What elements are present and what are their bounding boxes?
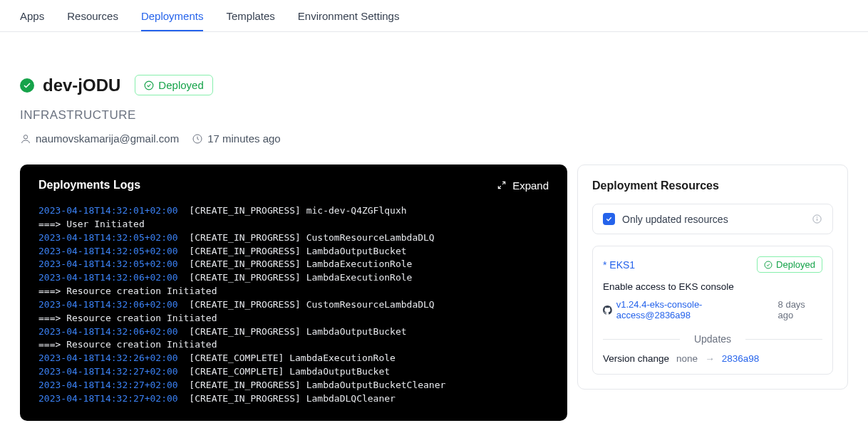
- log-line: 2023-04-18T14:32:27+02:00 [CREATE_IN_PRO…: [38, 379, 549, 392]
- log-line: 2023-04-18T14:32:06+02:00 [CREATE_IN_PRO…: [38, 325, 549, 339]
- author-email: naumovskamarija@gmail.com: [36, 132, 179, 145]
- resources-panel: Deployment Resources Only updated resour…: [577, 164, 848, 390]
- log-line: 2023-04-18T14:32:06+02:00 [CREATE_IN_PRO…: [38, 298, 549, 312]
- status-badge-label: Deployed: [158, 79, 203, 91]
- svg-point-1: [24, 135, 27, 138]
- author-meta: naumovskamarija@gmail.com: [20, 132, 179, 145]
- nav-tab-environment-settings[interactable]: Environment Settings: [298, 1, 400, 31]
- log-line: 2023-04-18T14:32:05+02:00 [CREATE_IN_PRO…: [38, 258, 549, 271]
- version-to-link[interactable]: 2836a98: [722, 353, 760, 364]
- clock-icon: [192, 133, 203, 145]
- status-badge: Deployed: [135, 75, 212, 95]
- github-icon: [603, 306, 612, 315]
- arrow-right-icon: →: [705, 353, 715, 364]
- resource-card: * EKS1 Deployed Enable access to EKS con…: [592, 246, 833, 375]
- nav-tab-apps[interactable]: Apps: [20, 1, 44, 31]
- time-meta: 17 minutes ago: [192, 132, 281, 145]
- log-line: 2023-04-18T14:32:27+02:00 [CREATE_COMPLE…: [38, 365, 549, 379]
- log-line: 2023-04-18T14:32:05+02:00 [CREATE_IN_PRO…: [38, 245, 549, 258]
- log-line: 2023-04-18T14:32:05+02:00 [CREATE_IN_PRO…: [38, 231, 549, 245]
- user-icon: [20, 133, 31, 145]
- svg-point-7: [817, 217, 817, 218]
- filter-label: Only updated resources: [622, 214, 805, 225]
- log-line: 2023-04-18T14:32:06+02:00 [CREATE_IN_PRO…: [38, 271, 549, 285]
- log-subline: ===> Resource creation Initiated: [38, 312, 549, 325]
- nav-tab-resources[interactable]: Resources: [67, 1, 118, 31]
- log-line: 2023-04-18T14:32:26+02:00 [CREATE_COMPLE…: [38, 352, 549, 365]
- svg-point-8: [765, 261, 772, 268]
- info-icon[interactable]: [812, 214, 822, 224]
- status-check-icon: [20, 78, 34, 93]
- deployment-name: dev-jODU: [43, 75, 120, 95]
- version-change-label: Version change: [603, 353, 669, 364]
- logs-title: Deployments Logs: [38, 179, 140, 192]
- resource-version-link[interactable]: v1.24.4-eks-console-access@2836a98: [616, 299, 774, 320]
- resources-title: Deployment Resources: [592, 179, 833, 192]
- log-subline: ===> Resource creation Initiated: [38, 285, 549, 298]
- expand-icon: [497, 180, 507, 190]
- top-nav: AppsResourcesDeploymentsTemplatesEnviron…: [0, 0, 868, 32]
- resource-time: 8 days ago: [778, 299, 822, 320]
- updates-divider: Updates: [603, 333, 822, 345]
- log-subline: ===> Resource creation Initiated: [38, 338, 549, 352]
- category-label: INFRASTRUCTURE: [20, 108, 848, 122]
- nav-tab-templates[interactable]: Templates: [226, 1, 274, 31]
- time-label: 17 minutes ago: [207, 132, 281, 145]
- version-change-row: Version change none → 2836a98: [603, 353, 822, 364]
- deployment-header: dev-jODU Deployed: [20, 75, 848, 95]
- version-from: none: [676, 353, 698, 364]
- expand-label: Expand: [512, 179, 549, 192]
- resource-name-link[interactable]: * EKS1: [603, 259, 635, 271]
- svg-point-0: [145, 81, 154, 90]
- expand-button[interactable]: Expand: [497, 179, 549, 192]
- log-line: 2023-04-18T14:32:27+02:00 [CREATE_IN_PRO…: [38, 392, 549, 406]
- checkbox-checked-icon: [603, 213, 615, 225]
- log-lines: 2023-04-18T14:32:01+02:00 [CREATE_IN_PRO…: [38, 204, 549, 406]
- filter-checkbox-row[interactable]: Only updated resources: [592, 204, 833, 234]
- logs-panel: Deployments Logs Expand 2023-04-18T14:32…: [20, 164, 567, 421]
- resource-status-badge: Deployed: [757, 256, 822, 273]
- log-line: 2023-04-18T14:32:01+02:00 [CREATE_IN_PRO…: [38, 204, 549, 218]
- resource-description: Enable access to EKS console: [603, 281, 822, 292]
- nav-tab-deployments[interactable]: Deployments: [141, 1, 204, 31]
- log-subline: ===> User Initiated: [38, 218, 549, 231]
